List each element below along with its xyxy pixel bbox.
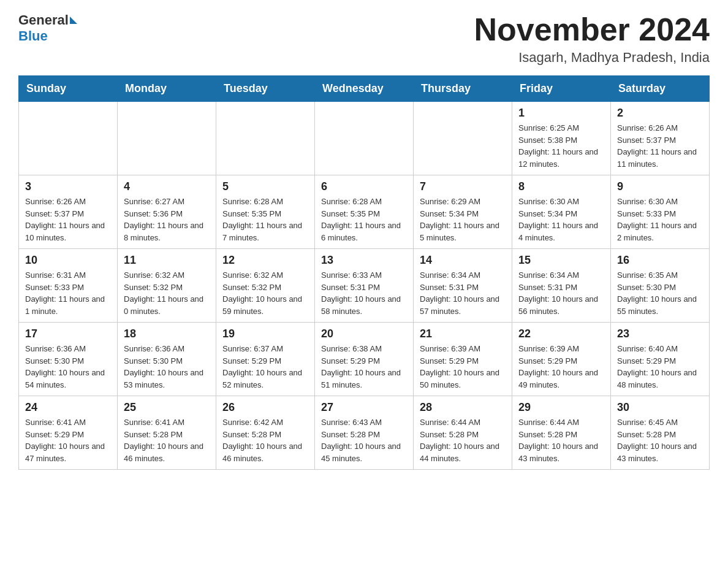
day-number: 23 bbox=[617, 327, 703, 340]
day-info: Sunrise: 6:31 AMSunset: 5:33 PMDaylight:… bbox=[25, 269, 111, 317]
calendar-cell: 19Sunrise: 6:37 AMSunset: 5:29 PMDayligh… bbox=[216, 323, 315, 396]
day-number: 29 bbox=[518, 401, 604, 414]
calendar-cell: 25Sunrise: 6:41 AMSunset: 5:28 PMDayligh… bbox=[118, 396, 216, 470]
day-info: Sunrise: 6:36 AMSunset: 5:30 PMDaylight:… bbox=[25, 343, 111, 391]
calendar-cell bbox=[19, 102, 118, 175]
day-number: 3 bbox=[25, 180, 111, 193]
day-number: 25 bbox=[124, 401, 210, 414]
calendar-cell: 27Sunrise: 6:43 AMSunset: 5:28 PMDayligh… bbox=[315, 396, 414, 470]
day-number: 11 bbox=[124, 254, 210, 267]
calendar-cell: 11Sunrise: 6:32 AMSunset: 5:32 PMDayligh… bbox=[118, 249, 216, 323]
col-header-saturday: Saturday bbox=[611, 76, 710, 102]
col-header-monday: Monday bbox=[118, 76, 216, 102]
day-number: 27 bbox=[321, 401, 407, 414]
day-info: Sunrise: 6:30 AMSunset: 5:34 PMDaylight:… bbox=[518, 196, 604, 243]
day-info: Sunrise: 6:32 AMSunset: 5:32 PMDaylight:… bbox=[124, 269, 210, 317]
day-number: 9 bbox=[617, 180, 703, 193]
day-info: Sunrise: 6:41 AMSunset: 5:29 PMDaylight:… bbox=[25, 416, 111, 464]
calendar-cell bbox=[216, 102, 315, 175]
col-header-wednesday: Wednesday bbox=[315, 76, 414, 102]
calendar-cell: 26Sunrise: 6:42 AMSunset: 5:28 PMDayligh… bbox=[216, 396, 315, 470]
day-number: 15 bbox=[518, 254, 604, 267]
calendar-cell: 22Sunrise: 6:39 AMSunset: 5:29 PMDayligh… bbox=[512, 323, 611, 396]
calendar-cell: 8Sunrise: 6:30 AMSunset: 5:34 PMDaylight… bbox=[512, 175, 611, 249]
calendar-cell: 12Sunrise: 6:32 AMSunset: 5:32 PMDayligh… bbox=[216, 249, 315, 323]
day-info: Sunrise: 6:26 AMSunset: 5:37 PMDaylight:… bbox=[617, 122, 703, 170]
col-header-tuesday: Tuesday bbox=[216, 76, 315, 102]
calendar-cell: 1Sunrise: 6:25 AMSunset: 5:38 PMDaylight… bbox=[512, 102, 611, 175]
day-number: 5 bbox=[222, 180, 308, 193]
day-info: Sunrise: 6:45 AMSunset: 5:28 PMDaylight:… bbox=[617, 416, 703, 464]
day-number: 30 bbox=[617, 401, 703, 414]
day-number: 1 bbox=[518, 107, 604, 120]
day-info: Sunrise: 6:44 AMSunset: 5:28 PMDaylight:… bbox=[518, 416, 604, 464]
logo-triangle-icon bbox=[70, 17, 77, 24]
day-number: 14 bbox=[420, 254, 506, 267]
calendar-cell: 14Sunrise: 6:34 AMSunset: 5:31 PMDayligh… bbox=[414, 249, 512, 323]
calendar-week-row: 24Sunrise: 6:41 AMSunset: 5:29 PMDayligh… bbox=[19, 396, 710, 470]
calendar-header-row: SundayMondayTuesdayWednesdayThursdayFrid… bbox=[19, 76, 710, 102]
calendar-cell: 13Sunrise: 6:33 AMSunset: 5:31 PMDayligh… bbox=[315, 249, 414, 323]
logo-blue-text: Blue bbox=[18, 28, 48, 44]
day-info: Sunrise: 6:29 AMSunset: 5:34 PMDaylight:… bbox=[420, 196, 506, 243]
day-number: 12 bbox=[222, 254, 308, 267]
day-number: 4 bbox=[124, 180, 210, 193]
calendar-cell: 17Sunrise: 6:36 AMSunset: 5:30 PMDayligh… bbox=[19, 323, 118, 396]
day-info: Sunrise: 6:39 AMSunset: 5:29 PMDaylight:… bbox=[420, 343, 506, 391]
day-info: Sunrise: 6:36 AMSunset: 5:30 PMDaylight:… bbox=[124, 343, 210, 391]
day-info: Sunrise: 6:38 AMSunset: 5:29 PMDaylight:… bbox=[321, 343, 407, 391]
calendar-cell: 21Sunrise: 6:39 AMSunset: 5:29 PMDayligh… bbox=[414, 323, 512, 396]
day-info: Sunrise: 6:30 AMSunset: 5:33 PMDaylight:… bbox=[617, 196, 703, 243]
calendar-cell: 2Sunrise: 6:26 AMSunset: 5:37 PMDaylight… bbox=[611, 102, 710, 175]
day-info: Sunrise: 6:43 AMSunset: 5:28 PMDaylight:… bbox=[321, 416, 407, 464]
calendar-cell: 29Sunrise: 6:44 AMSunset: 5:28 PMDayligh… bbox=[512, 396, 611, 470]
day-info: Sunrise: 6:34 AMSunset: 5:31 PMDaylight:… bbox=[518, 269, 604, 317]
day-info: Sunrise: 6:40 AMSunset: 5:29 PMDaylight:… bbox=[617, 343, 703, 391]
day-info: Sunrise: 6:37 AMSunset: 5:29 PMDaylight:… bbox=[222, 343, 308, 391]
calendar-cell: 4Sunrise: 6:27 AMSunset: 5:36 PMDaylight… bbox=[118, 175, 216, 249]
day-number: 28 bbox=[420, 401, 506, 414]
day-number: 19 bbox=[222, 327, 308, 340]
day-info: Sunrise: 6:33 AMSunset: 5:31 PMDaylight:… bbox=[321, 269, 407, 317]
calendar-cell bbox=[315, 102, 414, 175]
day-number: 24 bbox=[25, 401, 111, 414]
calendar-week-row: 10Sunrise: 6:31 AMSunset: 5:33 PMDayligh… bbox=[19, 249, 710, 323]
day-number: 21 bbox=[420, 327, 506, 340]
calendar-cell: 15Sunrise: 6:34 AMSunset: 5:31 PMDayligh… bbox=[512, 249, 611, 323]
calendar-cell: 20Sunrise: 6:38 AMSunset: 5:29 PMDayligh… bbox=[315, 323, 414, 396]
page-header: General Blue November 2024 Isagarh, Madh… bbox=[18, 12, 710, 66]
month-year-title: November 2024 bbox=[474, 12, 710, 47]
logo: General Blue bbox=[18, 12, 77, 44]
day-number: 18 bbox=[124, 327, 210, 340]
day-info: Sunrise: 6:28 AMSunset: 5:35 PMDaylight:… bbox=[222, 196, 308, 243]
day-info: Sunrise: 6:26 AMSunset: 5:37 PMDaylight:… bbox=[25, 196, 111, 243]
day-info: Sunrise: 6:32 AMSunset: 5:32 PMDaylight:… bbox=[222, 269, 308, 317]
calendar-cell: 3Sunrise: 6:26 AMSunset: 5:37 PMDaylight… bbox=[19, 175, 118, 249]
day-info: Sunrise: 6:42 AMSunset: 5:28 PMDaylight:… bbox=[222, 416, 308, 464]
day-info: Sunrise: 6:25 AMSunset: 5:38 PMDaylight:… bbox=[518, 122, 604, 170]
day-info: Sunrise: 6:28 AMSunset: 5:35 PMDaylight:… bbox=[321, 196, 407, 243]
day-number: 16 bbox=[617, 254, 703, 267]
day-number: 17 bbox=[25, 327, 111, 340]
calendar-cell bbox=[118, 102, 216, 175]
col-header-thursday: Thursday bbox=[414, 76, 512, 102]
day-number: 8 bbox=[518, 180, 604, 193]
day-info: Sunrise: 6:27 AMSunset: 5:36 PMDaylight:… bbox=[124, 196, 210, 243]
day-number: 26 bbox=[222, 401, 308, 414]
day-number: 20 bbox=[321, 327, 407, 340]
calendar-cell: 18Sunrise: 6:36 AMSunset: 5:30 PMDayligh… bbox=[118, 323, 216, 396]
calendar-cell: 9Sunrise: 6:30 AMSunset: 5:33 PMDaylight… bbox=[611, 175, 710, 249]
day-info: Sunrise: 6:41 AMSunset: 5:28 PMDaylight:… bbox=[124, 416, 210, 464]
calendar-cell: 5Sunrise: 6:28 AMSunset: 5:35 PMDaylight… bbox=[216, 175, 315, 249]
calendar-table: SundayMondayTuesdayWednesdayThursdayFrid… bbox=[18, 75, 710, 470]
calendar-cell: 7Sunrise: 6:29 AMSunset: 5:34 PMDaylight… bbox=[414, 175, 512, 249]
day-info: Sunrise: 6:35 AMSunset: 5:30 PMDaylight:… bbox=[617, 269, 703, 317]
calendar-cell: 16Sunrise: 6:35 AMSunset: 5:30 PMDayligh… bbox=[611, 249, 710, 323]
calendar-cell: 23Sunrise: 6:40 AMSunset: 5:29 PMDayligh… bbox=[611, 323, 710, 396]
location-subtitle: Isagarh, Madhya Pradesh, India bbox=[474, 50, 710, 66]
col-header-sunday: Sunday bbox=[19, 76, 118, 102]
calendar-cell: 10Sunrise: 6:31 AMSunset: 5:33 PMDayligh… bbox=[19, 249, 118, 323]
col-header-friday: Friday bbox=[512, 76, 611, 102]
day-number: 10 bbox=[25, 254, 111, 267]
logo-general-text: General bbox=[18, 12, 69, 28]
